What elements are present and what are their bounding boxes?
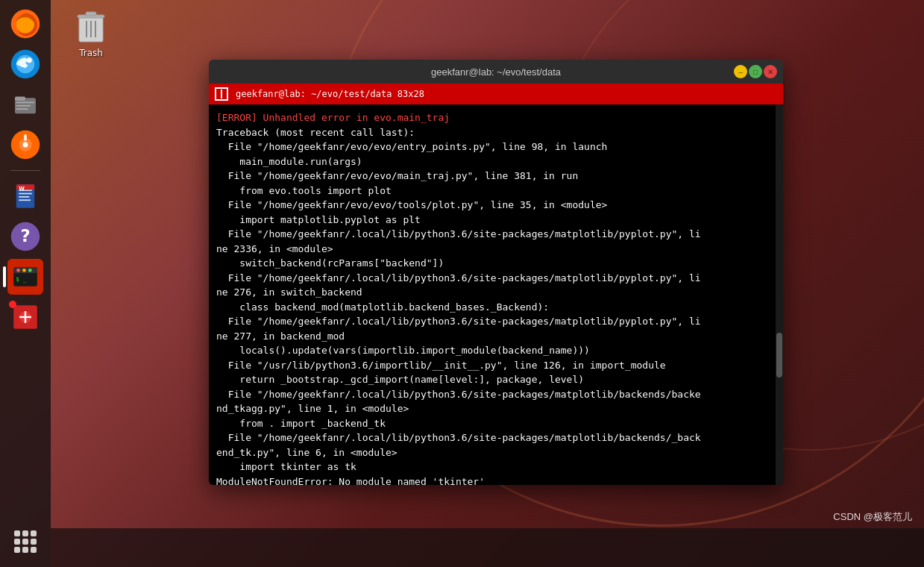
terminal-scrollbar[interactable]	[776, 104, 783, 485]
svg-rect-16	[19, 193, 32, 195]
trash-desktop-icon[interactable]: Trash	[73, 6, 109, 58]
svg-rect-6	[15, 97, 25, 101]
terminal-line: main_module.run(args)	[216, 154, 776, 169]
dock-item-firefox[interactable]	[7, 6, 43, 42]
svg-rect-13	[24, 134, 27, 141]
dock-bottom	[9, 525, 42, 567]
terminal-line: ne 277, in backend_mod	[216, 329, 776, 344]
dock-item-writer[interactable]: W	[7, 178, 43, 214]
terminal-line: File "/home/geekfanr/.local/lib/python3.…	[216, 271, 776, 286]
terminal-line: File "/usr/lib/python3.6/importlib/__ini…	[216, 358, 776, 373]
minimize-button[interactable]: –	[734, 65, 747, 78]
terminal-line: ne 276, in switch_backend	[216, 285, 776, 300]
terminal-titlebar: geekfanr@lab: ~/evo/test/data – □ ✕	[209, 60, 783, 84]
svg-rect-17	[19, 196, 29, 198]
dock-item-rhythmbox[interactable]	[7, 127, 43, 163]
svg-point-4	[27, 57, 32, 63]
terminal-tab-title: geekfanr@lab: ~/evo/test/data 83x28	[236, 89, 424, 99]
maximize-button[interactable]: □	[749, 65, 762, 78]
terminal-line: File "/home/geekfanr/evo/evo/entry_point…	[216, 140, 776, 154]
terminal-line: File "/home/geekfanr/.local/lib/python3.…	[216, 387, 776, 402]
terminal-line: File "/home/geekfanr/evo/evo/tools/plot.…	[216, 198, 776, 213]
svg-point-27	[28, 269, 32, 272]
terminal-line: File "/home/geekfanr/.local/lib/python3.…	[216, 314, 776, 329]
terminal-line: ModuleNotFoundError: No module named 'tk…	[216, 474, 776, 486]
bottom-taskbar	[51, 528, 924, 567]
terminal-window: geekfanr@lab: ~/evo/test/data – □ ✕ geek…	[209, 60, 783, 485]
dock-item-help[interactable]: ?	[7, 219, 43, 254]
terminal-line: end_tk.py", line 6, in <module>	[216, 445, 776, 460]
dock-item-files[interactable]	[7, 87, 43, 122]
terminal-line: ne 2336, in <module>	[216, 242, 776, 257]
terminal-line: nd_tkagg.py", line 1, in <module>	[216, 401, 776, 416]
terminal-line: switch_backend(rcParams["backend"])	[216, 256, 776, 271]
terminal-tab-bar: geekfanr@lab: ~/evo/test/data 83x28	[209, 84, 783, 104]
dock-item-settings[interactable]	[7, 299, 43, 335]
terminal-line: File "/home/geekfanr/.local/lib/python3.…	[216, 227, 776, 242]
notification-dot	[9, 301, 16, 308]
terminal-title: geekfanr@lab: ~/evo/test/data	[431, 66, 561, 78]
terminal-line: from . import _backend_tk	[216, 416, 776, 431]
svg-rect-8	[16, 105, 31, 107]
svg-point-25	[16, 269, 20, 272]
tab-indicator	[215, 87, 228, 101]
terminal-line: from evo.tools import plot	[216, 184, 776, 198]
dock-separator	[10, 170, 40, 171]
close-button[interactable]: ✕	[764, 65, 777, 78]
terminal-scrollbar-thumb[interactable]	[776, 333, 782, 378]
svg-rect-9	[16, 108, 28, 110]
svg-rect-35	[86, 12, 96, 16]
svg-text:$ _: $ _	[16, 276, 27, 283]
watermark: CSDN @极客范儿	[833, 510, 912, 524]
terminal-line: return _bootstrap._gcd_import(name[level…	[216, 372, 776, 387]
svg-point-26	[22, 269, 26, 272]
dock-item-thunderbird[interactable]	[7, 46, 43, 82]
terminal-line: File "/home/geekfanr/evo/evo/main_traj.p…	[216, 169, 776, 184]
terminal-line: File "/home/geekfanr/.local/lib/python3.…	[216, 430, 776, 445]
svg-text:?: ?	[20, 226, 30, 245]
dock-item-terminal[interactable]: $ _	[7, 259, 43, 295]
terminal-line: import matplotlib.pyplot as plt	[216, 213, 776, 228]
terminal-line: locals().update(vars(importlib.import_mo…	[216, 343, 776, 358]
svg-rect-18	[19, 199, 31, 201]
svg-rect-7	[16, 102, 35, 104]
svg-point-12	[23, 142, 28, 148]
trash-label: Trash	[79, 48, 103, 58]
window-controls: – □ ✕	[734, 65, 777, 78]
terminal-line: import tkinter as tk	[216, 460, 776, 474]
show-apps-button[interactable]	[9, 525, 42, 558]
terminal-line: class backend_mod(matplotlib.backend_bas…	[216, 300, 776, 315]
application-dock: W ? $ _	[0, 0, 51, 567]
terminal-line: [ERROR] Unhandled error in evo.main_traj	[216, 110, 776, 125]
terminal-body[interactable]: [ERROR] Unhandled error in evo.main_traj…	[209, 104, 783, 485]
svg-text:W: W	[19, 186, 25, 192]
terminal-line: Traceback (most recent call last):	[216, 125, 776, 140]
